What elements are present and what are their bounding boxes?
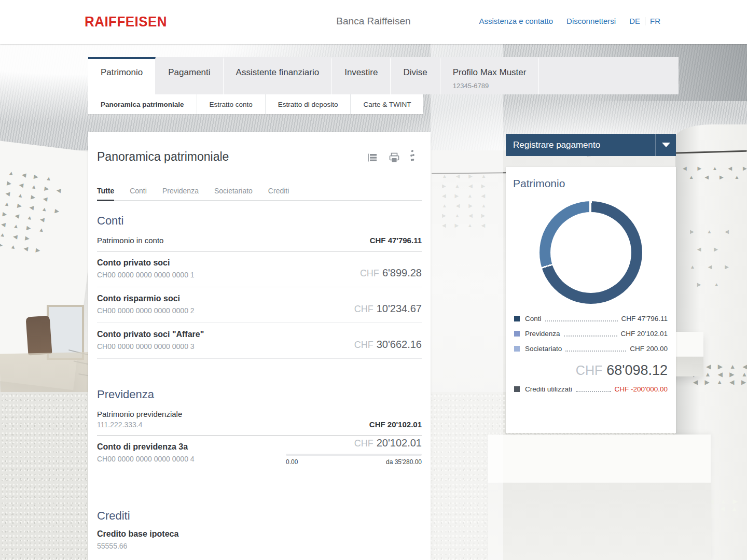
section-conti: Conti Patrimonio in conto CHF 47'796.11 …	[97, 214, 422, 359]
legend-label: Crediti utilizzati	[525, 385, 572, 393]
filter-tab-previdenza[interactable]: Previdenza	[162, 187, 199, 200]
account-name: Conto privato soci "Affare"	[97, 330, 204, 339]
perforated-wall-left	[0, 139, 102, 390]
section-heading: Crediti	[97, 509, 422, 523]
legend-label: Previdenza	[525, 330, 560, 338]
conti-summary-row: Patrimonio in conto CHF 47'796.11	[97, 228, 422, 251]
bank-name: Banca Raiffeisen	[336, 16, 410, 27]
account-row[interactable]: Conto privato soci CH00 0000 0000 0000 0…	[97, 251, 422, 287]
filter-tab-societariato[interactable]: Societariato	[214, 187, 253, 200]
amount: 30'662.16	[377, 339, 422, 350]
account-balance: CHF10'234.67	[354, 303, 422, 315]
filter-tabs: Tutte Conti Previdenza Societariato Cred…	[97, 187, 422, 201]
account-row[interactable]: Conto di previdenza 3a CH00 0000 0000 00…	[97, 436, 422, 471]
account-row[interactable]: Conto risparmio soci CH00 0000 0000 0000…	[97, 287, 422, 323]
patrimonio-donut-chart	[540, 201, 642, 304]
progress-max: da 35'280.00	[386, 458, 422, 466]
perforated-wall-right	[675, 124, 747, 560]
nav-filler	[539, 57, 679, 94]
tab-label: Profilo Max Muster	[453, 67, 527, 78]
account-number: 55555.66	[97, 542, 178, 550]
currency: CHF	[360, 268, 379, 278]
payment-dropdown-toggle[interactable]	[655, 134, 676, 156]
sub-nav: Panoramica patrimoniale Estratto conto E…	[88, 94, 423, 114]
lang-fr-link[interactable]: FR	[650, 17, 660, 25]
legend-swatch	[514, 386, 520, 392]
amount: 10'234.67	[377, 303, 422, 314]
subtab-panoramica-patrimoniale[interactable]: Panoramica patrimoniale	[88, 94, 197, 114]
filter-tab-tutte[interactable]: Tutte	[97, 187, 114, 201]
legend-swatch	[514, 316, 520, 321]
summary-label: Patrimonio in conto	[97, 236, 163, 245]
door	[47, 305, 84, 360]
register-payment-button[interactable]: Registrare pagamento	[506, 134, 676, 156]
previdenza-summary-row: Patrimonio previdenziale 111.222.333.4 C…	[97, 401, 422, 436]
account-row[interactable]: Conto privato soci "Affare" CH00 0000 00…	[97, 323, 422, 359]
dot-leader	[565, 351, 626, 352]
currency: CHF	[354, 340, 374, 350]
page-title: Panoramica patrimoniale	[97, 150, 229, 164]
filter-tab-crediti[interactable]: Crediti	[268, 187, 289, 200]
tab-divise[interactable]: Divise	[391, 57, 440, 94]
lang-separator	[645, 17, 645, 25]
summary-label: Patrimonio previdenziale	[97, 410, 182, 418]
wall-pattern: ◀ ▶ ▲ ◀ ▶ ◀ ▲ ◀ ▶ ▲	[683, 164, 747, 181]
wall-pattern: ▲ ◀ ▶ ▲ ▶ ▲ ◀ ▶ ◀ ▶ ▲ ◀ ▲ ◀ ▶ ▲ ▶ ▲ ◀ ▶ …	[442, 171, 490, 230]
subtab-estratto-di-deposito[interactable]: Estratto di deposito	[266, 94, 351, 114]
wall-pattern: ▶ ▲ ◀ ◀ ▶ ▲ ◀ ▶ ▶ ▲	[690, 223, 735, 293]
tab-patrimonio[interactable]: Patrimonio	[88, 57, 156, 94]
summary-number: 111.222.333.4	[97, 421, 182, 429]
legend-value: CHF 200.00	[630, 345, 668, 353]
settings-gear-icon[interactable]	[410, 152, 422, 163]
account-row[interactable]: Credito base ipoteca 55555.66	[97, 523, 422, 558]
tab-label: Divise	[403, 67, 427, 77]
legend-row-crediti-utilizzati: Crediti utilizzati CHF -200'000.00	[513, 382, 669, 397]
raiffeisen-logo[interactable]: RAIFFEISEN	[85, 14, 167, 30]
account-name: Conto di previdenza 3a	[97, 442, 195, 452]
account-number: CH00 0000 0000 0000 0000 1	[97, 271, 195, 279]
total-amount: 68'098.12	[606, 362, 668, 378]
total-assets: CHF68'098.12	[514, 362, 668, 379]
legend-swatch	[514, 346, 520, 352]
account-number: CH00 0000 0000 0000 0000 4	[97, 455, 195, 463]
tab-profilo[interactable]: Profilo Max Muster 12345-6789	[440, 57, 540, 94]
reception-desk	[488, 435, 711, 560]
subtab-carte-twint[interactable]: Carte & TWINT	[351, 94, 423, 114]
deposit-progress-bar	[286, 454, 422, 456]
filter-tab-conti[interactable]: Conti	[130, 187, 147, 200]
header: RAIFFEISEN Banca Raiffeisen Assistenza e…	[0, 0, 747, 44]
print-icon[interactable]	[389, 152, 400, 163]
logout-link[interactable]: Disconnettersi	[566, 17, 616, 25]
profile-number: 12345-6789	[453, 82, 527, 90]
account-number: CH00 0000 0000 0000 0000 3	[97, 342, 204, 351]
progress-labels: 0.00 da 35'280.00	[286, 458, 422, 466]
card-title: Patrimonio	[513, 177, 669, 190]
chevron-down-icon	[662, 143, 670, 147]
panel-header: Panoramica patrimoniale	[97, 150, 422, 164]
subtab-estratto-conto[interactable]: Estratto conto	[197, 94, 266, 114]
assistance-link[interactable]: Assistenza e contatto	[479, 17, 554, 25]
dot-leader	[564, 335, 617, 337]
lang-de-link[interactable]: DE	[629, 17, 640, 25]
chart-legend: Conti CHF 47'796.11 Previdenza CHF 20'10…	[513, 311, 669, 397]
tab-investire[interactable]: Investire	[332, 57, 391, 94]
tab-label: Pagamenti	[168, 67, 210, 77]
tab-pagamenti[interactable]: Pagamenti	[156, 57, 223, 94]
progress-min: 0.00	[286, 458, 298, 466]
dot-leader	[545, 320, 618, 321]
currency: CHF	[354, 438, 374, 449]
summary-amount: CHF 47'796.11	[370, 236, 422, 245]
account-balance: CHF6'899.28	[360, 267, 422, 279]
office-chair	[25, 315, 52, 355]
amount: 20'102.01	[377, 437, 422, 449]
statement-list-icon[interactable]	[367, 152, 378, 163]
section-heading: Previdenza	[97, 388, 422, 401]
section-heading: Conti	[97, 214, 422, 228]
account-name: Credito base ipoteca	[97, 529, 178, 539]
panel-toolbar	[367, 152, 422, 163]
account-number: CH00 0000 0000 0000 0000 2	[97, 306, 195, 315]
legend-value-negative: CHF -200'000.00	[615, 385, 668, 393]
total-currency: CHF	[576, 363, 602, 377]
tab-assistente-finanziario[interactable]: Assistente finanziario	[224, 57, 333, 94]
ebanking-page: ▲ ◀ ▶ ▲ ▶ ◀ ▲ ▶ ◀ ◀ ▲ ▶ ◀ ▲ ▶ ◀ ▲ ▶ ▶ ◀ …	[0, 0, 747, 560]
